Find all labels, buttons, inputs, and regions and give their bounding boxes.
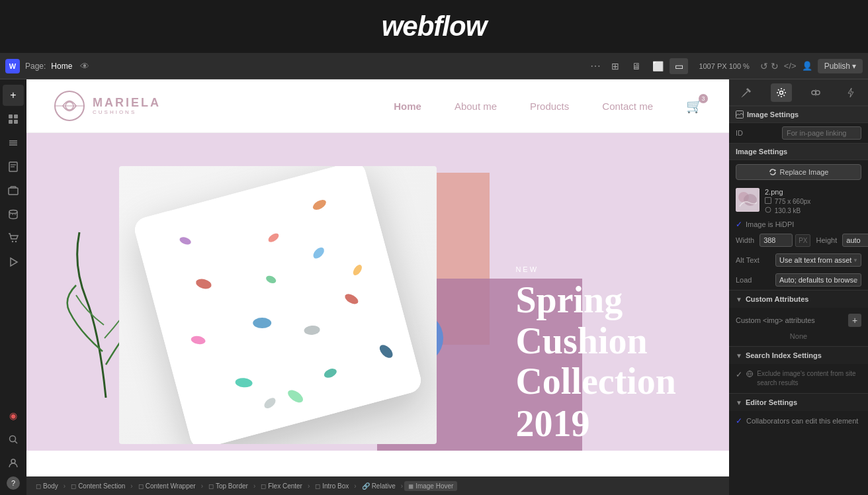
hero-text: NEW Spring Cushion Collection 2019: [515, 265, 676, 445]
editor-settings-section: ▼ Editor Settings ✓ Collaborators can ed…: [729, 393, 868, 431]
width-group: PX: [760, 234, 810, 247]
breadcrumb-intro-box[interactable]: ◻ Intro Box: [311, 481, 353, 491]
tablet-landscape-btn[interactable]: ⬜: [648, 58, 667, 74]
breadcrumb-intro-box-label: Intro Box: [322, 482, 349, 490]
svg-rect-2: [9, 120, 13, 124]
sidebar-layers-btn[interactable]: [3, 132, 24, 154]
hidpi-label: Image is HiDPI: [746, 220, 794, 228]
logo-name: MARIELA: [93, 97, 161, 110]
custom-attributes-section: ▼ Custom Attributes Custom <img> attribu…: [729, 290, 868, 346]
sidebar-pages-btn[interactable]: [3, 156, 24, 177]
bc-arrow-1: ›: [64, 482, 65, 490]
desktop-with-editor-btn[interactable]: ⊞: [606, 58, 625, 74]
settings-tool-btn[interactable]: [771, 83, 792, 102]
image-filename: 2.png: [765, 188, 810, 196]
preview-icon[interactable]: 👁: [80, 61, 89, 71]
nav-contact[interactable]: Contact me: [602, 101, 653, 112]
image-settings-title: Image Settings: [747, 111, 799, 118]
editor-settings-text: Collaborators can edit this element: [746, 417, 858, 425]
custom-attr-row: Custom <img> attributes +: [729, 311, 868, 330]
image-icon: [736, 111, 744, 118]
sidebar-cms-btn[interactable]: [3, 204, 24, 225]
svg-point-14: [15, 241, 17, 242]
globe-icon: [746, 369, 753, 379]
code-btn[interactable]: </>: [784, 61, 797, 71]
bc-arrow-6: ›: [354, 482, 356, 490]
svg-line-17: [15, 441, 18, 444]
lightning-tool-btn[interactable]: [840, 83, 861, 102]
alt-text-select[interactable]: Use alt text from asset: [775, 253, 861, 267]
main-content: +: [0, 79, 868, 495]
website-frame: MARIELA CUSHIONS Home About me Products …: [26, 79, 729, 476]
body-icon: ◻: [36, 482, 41, 490]
panel-toolbar: [729, 79, 868, 106]
svg-rect-24: [132, 166, 424, 444]
sidebar-components-btn[interactable]: [3, 109, 24, 130]
resolution-info: 1007 PX 100 %: [699, 62, 749, 70]
image-dims: 775 x 660px: [765, 197, 810, 205]
user-btn[interactable]: 👤: [802, 61, 812, 71]
device-switcher: ⊞ 🖥 ⬜ ▭: [606, 58, 688, 74]
page-label: Page:: [25, 62, 46, 71]
height-input[interactable]: [842, 234, 868, 247]
bc-arrow-5: ›: [308, 482, 310, 490]
sidebar-interactions-btn[interactable]: [3, 251, 24, 273]
page-name[interactable]: Home: [51, 62, 72, 71]
nav-products[interactable]: Products: [530, 101, 569, 112]
custom-attributes-header[interactable]: ▼ Custom Attributes: [729, 291, 868, 308]
tablet-btn[interactable]: ▭: [670, 58, 688, 74]
breadcrumb-content-wrapper[interactable]: ◻ Content Wrapper: [134, 481, 200, 491]
editor-wrapper: W Page: Home 👁 ⋯ ⊞ 🖥 ⬜ ▭ 1007 PX 100 % ↺…: [0, 53, 868, 495]
search-check-icon: ✓: [736, 370, 742, 379]
breadcrumb-body[interactable]: ◻ Body: [32, 481, 62, 491]
desktop-btn[interactable]: 🖥: [627, 58, 646, 74]
cart-count: 3: [699, 94, 708, 103]
more-options[interactable]: ⋯: [590, 60, 601, 72]
flex-center-icon: ◻: [261, 482, 266, 490]
style-tool-btn[interactable]: [736, 83, 757, 102]
replace-image-btn[interactable]: Replace Image: [736, 164, 861, 180]
cart-icon[interactable]: 🛒3: [686, 98, 703, 114]
search-index-caret: ▼: [736, 352, 742, 359]
breadcrumb-content-section[interactable]: ◻ Content Section: [67, 481, 129, 491]
publish-button[interactable]: Publish ▾: [818, 59, 863, 73]
sidebar-assets-btn[interactable]: [3, 180, 24, 201]
search-index-text: Exclude image's content from site search…: [757, 369, 861, 388]
editor-settings-header[interactable]: ▼ Editor Settings: [729, 394, 868, 411]
load-select-wrapper: Auto; defaults to browser: [775, 273, 861, 287]
breadcrumb-top-border[interactable]: ◻ Top Border: [204, 481, 252, 491]
breadcrumb-image-hover[interactable]: ◼ Image Hover: [404, 481, 457, 491]
breadcrumb-flex-center[interactable]: ◻ Flex Center: [257, 481, 306, 491]
bc-arrow-3: ›: [201, 482, 203, 490]
load-label: Load: [736, 276, 752, 284]
bc-arrow-7: ›: [401, 482, 403, 490]
breadcrumb-bar: ◻ Body › ◻ Content Section › ◻ Content W…: [26, 476, 729, 495]
search-index-header[interactable]: ▼ Search Index Settings: [729, 347, 868, 364]
undo-btn[interactable]: ↺: [760, 61, 768, 71]
nav-about[interactable]: About me: [455, 101, 497, 112]
nav-home[interactable]: Home: [394, 101, 421, 112]
sidebar-users-btn[interactable]: [3, 453, 24, 474]
id-input[interactable]: [782, 126, 861, 140]
relative-icon: 🔗: [362, 482, 370, 490]
editor-settings-content: ✓ Collaborators can edit this element: [729, 411, 868, 431]
none-label: None: [729, 330, 868, 343]
width-input[interactable]: [760, 234, 793, 247]
sidebar-add-btn[interactable]: +: [3, 85, 24, 106]
load-select[interactable]: Auto; defaults to browser: [775, 273, 861, 287]
interactions-tool-btn[interactable]: [805, 83, 826, 102]
breadcrumb-relative[interactable]: 🔗 Relative: [358, 481, 400, 491]
sidebar-ecommerce-btn[interactable]: [3, 228, 24, 249]
terrazzo: [132, 166, 424, 444]
width-unit[interactable]: PX: [795, 234, 810, 247]
cushion-art: [132, 166, 424, 444]
intro-box-icon: ◻: [315, 482, 320, 490]
sidebar-help-btn[interactable]: ?: [7, 476, 20, 490]
sidebar-search-btn[interactable]: [3, 429, 24, 450]
sidebar-preview-btn[interactable]: ◉: [3, 405, 24, 426]
add-attr-btn[interactable]: +: [848, 314, 861, 327]
redo-btn[interactable]: ↻: [771, 61, 779, 71]
svg-point-43: [816, 91, 820, 95]
svg-point-13: [12, 241, 13, 242]
image-thumbnail: [736, 188, 760, 212]
